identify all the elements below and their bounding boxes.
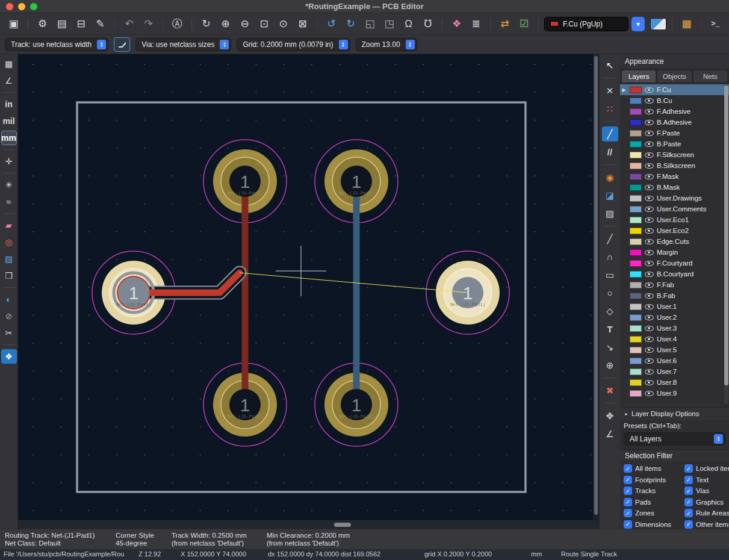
draw-polygon-icon[interactable]: ◇: [602, 303, 618, 319]
layer-row-b-fab[interactable]: B.Fab: [620, 290, 729, 301]
layer-preset-swatch[interactable]: [650, 18, 666, 30]
checkbox-icon[interactable]: ✓: [624, 498, 632, 506]
presets-dropdown[interactable]: All Layers ▲▼: [624, 432, 725, 446]
layer-color-swatch[interactable]: [630, 206, 642, 213]
layer-color-swatch[interactable]: [630, 314, 642, 321]
draw-rectangle-icon[interactable]: ▭: [602, 267, 618, 282]
print-icon[interactable]: ⊟: [72, 16, 90, 33]
layer-color-swatch[interactable]: [630, 228, 642, 234]
checkbox-icon[interactable]: ✓: [624, 487, 632, 495]
layers-scrollbar-thumb[interactable]: [724, 86, 728, 385]
lock-icon[interactable]: Ω: [400, 16, 417, 33]
layer-row-f-adhesive[interactable]: F.Adhesive: [620, 106, 729, 117]
layer-color-swatch[interactable]: [630, 390, 642, 397]
filter-graphics[interactable]: ✓Graphics: [684, 497, 729, 506]
plot-icon[interactable]: ✎: [92, 16, 109, 33]
highlight-net-icon[interactable]: ∷: [602, 101, 618, 116]
cursor-shape-icon[interactable]: ✛: [1, 154, 17, 169]
design-rules-check-icon[interactable]: ☑: [515, 16, 533, 33]
set-grid-origin-icon[interactable]: ⊕: [602, 358, 618, 373]
layer-row-b-mask[interactable]: B.Mask: [620, 182, 729, 193]
zoom-fit-page-icon[interactable]: ⊡: [255, 16, 273, 33]
units-mils-icon[interactable]: mil: [1, 114, 17, 128]
track-cleanup-icon[interactable]: ✂: [1, 326, 17, 340]
layer-row-f-cu[interactable]: ▶F.Cu: [620, 84, 729, 95]
page-settings-icon[interactable]: ▤: [53, 16, 70, 33]
layer-visibility-icon[interactable]: [645, 391, 654, 396]
layer-visibility-icon[interactable]: [645, 207, 654, 212]
rotate-ccw-icon[interactable]: ↺: [323, 16, 340, 33]
layer-color-swatch[interactable]: [630, 325, 642, 332]
units-inches-icon[interactable]: in: [1, 97, 17, 111]
tab-layers[interactable]: Layers: [621, 70, 656, 82]
layer-visibility-icon[interactable]: [645, 380, 654, 385]
footprint-editor-icon[interactable]: ❖: [448, 16, 465, 33]
layer-row-f-mask[interactable]: F.Mask: [620, 171, 729, 182]
group-icon[interactable]: ◱: [361, 16, 379, 33]
filter-all-items[interactable]: ✓All items: [624, 464, 684, 473]
filter-text[interactable]: ✓Text: [684, 475, 729, 484]
layer-dropdown-button[interactable]: ▾: [631, 17, 645, 31]
vscrollbar-thumb[interactable]: [594, 56, 598, 515]
track-posture-button[interactable]: [114, 37, 130, 52]
layer-color-swatch[interactable]: [630, 271, 642, 278]
layer-row-user-3[interactable]: User.3: [620, 323, 729, 334]
edit-footprint-icon[interactable]: ▩: [678, 16, 695, 33]
add-filled-zone-icon[interactable]: ◪: [602, 188, 618, 203]
checkbox-icon[interactable]: ✓: [684, 476, 693, 484]
layer-color-swatch[interactable]: [630, 238, 642, 245]
layer-visibility-icon[interactable]: [645, 326, 654, 331]
layer-visibility-icon[interactable]: [645, 98, 654, 104]
layer-color-swatch[interactable]: [630, 293, 642, 299]
layer-color-swatch[interactable]: [630, 141, 642, 148]
layer-visibility-icon[interactable]: [645, 152, 654, 158]
draw-circle-icon[interactable]: ○: [602, 285, 618, 300]
zoom-dropdown[interactable]: Zoom 13.00 ▲▼: [356, 38, 417, 51]
route-differential-pairs-icon[interactable]: //: [602, 145, 618, 160]
board-setup-icon[interactable]: ⚙: [34, 16, 51, 33]
layer-row-edge-cuts[interactable]: Edge.Cuts: [620, 236, 729, 247]
pcb-canvas[interactable]: 1Net-(J5-Pad1)1Net-(J3-Pad1)1Net-(J1-Pad…: [18, 54, 593, 520]
layer-row-b-paste[interactable]: B.Paste: [620, 138, 729, 149]
layer-color-swatch[interactable]: [630, 98, 642, 104]
filter-vias[interactable]: ✓Vias: [684, 487, 729, 496]
zoom-selection-icon[interactable]: ⊠: [294, 16, 311, 33]
layer-row-f-paste[interactable]: F.Paste: [620, 128, 729, 138]
layer-color-swatch[interactable]: [630, 108, 642, 115]
layer-row-b-adhesive[interactable]: B.Adhesive: [620, 117, 729, 128]
layer-display-options[interactable]: ▸ Layer Display Options: [620, 407, 729, 420]
local-ratsnest-icon[interactable]: ✕: [602, 83, 618, 98]
draw-arc-icon[interactable]: ∩: [602, 249, 618, 264]
route-single-track-icon[interactable]: ╱: [602, 126, 618, 142]
layer-row-user-5[interactable]: User.5: [620, 344, 729, 355]
scripting-console-icon[interactable]: >_: [707, 16, 724, 33]
layer-visibility-icon[interactable]: [645, 163, 654, 169]
refresh-icon[interactable]: ↻: [197, 16, 215, 33]
layer-color-swatch[interactable]: [630, 195, 642, 202]
library-browser-icon[interactable]: ≣: [467, 16, 485, 33]
layer-color-swatch[interactable]: [630, 379, 642, 386]
add-rule-area-icon[interactable]: ▨: [602, 206, 618, 221]
layer-color-swatch[interactable]: [630, 282, 642, 288]
layer-color-swatch[interactable]: [630, 173, 642, 180]
layer-color-swatch[interactable]: [630, 369, 642, 375]
ungroup-icon[interactable]: ◳: [380, 16, 398, 33]
layer-visibility-icon[interactable]: [645, 358, 654, 364]
tab-nets[interactable]: Nets: [693, 70, 728, 82]
checkbox-icon[interactable]: ✓: [684, 520, 693, 529]
layer-row-user-eco2[interactable]: User.Eco2: [620, 225, 729, 236]
checkbox-icon[interactable]: ✓: [624, 509, 632, 517]
checkbox-icon[interactable]: ✓: [684, 509, 693, 517]
layer-visibility-icon[interactable]: [645, 174, 654, 179]
canvas-vscrollbar[interactable]: [593, 54, 599, 520]
checkbox-icon[interactable]: ✓: [684, 498, 693, 506]
layer-row-user-drawings[interactable]: User.Drawings: [620, 193, 729, 204]
layer-row-user-9[interactable]: User.9: [620, 388, 729, 399]
rotate-cw-icon[interactable]: ↻: [342, 16, 359, 33]
layer-visibility-icon[interactable]: [645, 87, 654, 93]
track-display-mode-icon[interactable]: ▰: [1, 218, 17, 232]
layer-row-user-6[interactable]: User.6: [620, 355, 729, 366]
layer-row-user-4[interactable]: User.4: [620, 334, 729, 344]
show-ratsnest-icon[interactable]: ✳: [1, 178, 17, 192]
layer-row-f-fab[interactable]: F.Fab: [620, 279, 729, 290]
